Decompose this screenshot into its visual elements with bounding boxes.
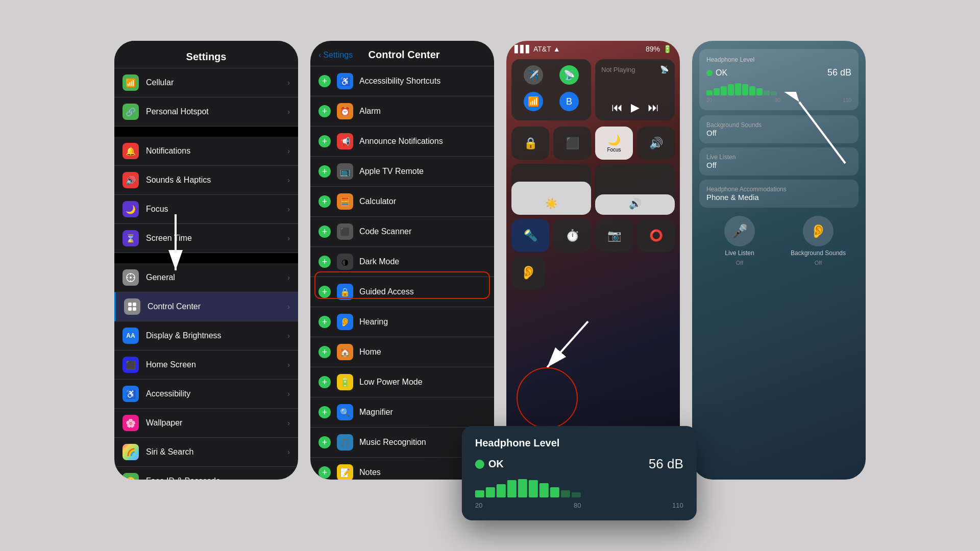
announce-icon: 📢 (337, 133, 353, 149)
settings-item-faceid[interactable]: 🙂 Face ID & Passcode › (114, 467, 298, 480)
ear-row: 👂 (506, 256, 680, 289)
volume-slider[interactable]: 🔊 (595, 164, 675, 215)
settings-item-cellular[interactable]: 📶 Cellular › (114, 68, 298, 97)
general-label: General (146, 273, 287, 282)
screen-rotation-btn[interactable]: 🔒 (511, 127, 549, 160)
settings-item-wallpaper[interactable]: 🌸 Wallpaper › (114, 409, 298, 438)
settings-item-notifications[interactable]: 🔔 Notifications › (114, 137, 298, 166)
hearing-btn[interactable]: 👂 (511, 256, 545, 289)
popup-ok-dot (475, 460, 484, 469)
settings-panel: Settings 📶 Cellular › 🔗 Personal Hotspot (114, 41, 298, 480)
cc-add-magnifier[interactable]: + (318, 406, 331, 418)
panel4-icon-row: 🎤 Live Listen Off 👂 Background Sounds Of… (699, 216, 859, 266)
screen-record-btn[interactable]: ⭕ (637, 219, 675, 252)
sounds-chevron: › (287, 176, 290, 184)
cc-add-hearing[interactable]: + (318, 316, 331, 328)
screen-mirror-btn[interactable]: ⬛ (553, 127, 591, 160)
airplane-btn[interactable]: ✈️ (518, 65, 549, 88)
sounds-label: Sounds & Haptics (146, 176, 287, 185)
cc-item-announce[interactable]: + 📢 Announce Notifications (310, 127, 494, 157)
live-listen-icon-label: Live Listen (725, 249, 754, 257)
bg-sounds-value: Off (706, 129, 851, 137)
cc-add-lowpower[interactable]: + (318, 376, 331, 388)
bg-sounds-icon-item[interactable]: 👂 Background Sounds Off (783, 216, 853, 266)
cc-item-hearing[interactable]: + 👂 Hearing (310, 307, 494, 337)
popup-status-row: OK 56 dB (475, 456, 683, 472)
cc-back-button[interactable]: ‹ Settings (318, 51, 353, 60)
cc-add-music[interactable]: + (318, 436, 331, 448)
cc-item-alarm[interactable]: + ⏰ Alarm (310, 96, 494, 127)
section-gap-1 (114, 127, 298, 137)
settings-item-homescreen[interactable]: ⬛ Home Screen › (114, 350, 298, 380)
cc-item-lowpower[interactable]: + 🔋 Low Power Mode (310, 367, 494, 397)
cc-add-guidedaccess[interactable]: + (318, 286, 331, 298)
cc-add-codescanner[interactable]: + (318, 226, 331, 238)
live-listen-icon-item[interactable]: 🎤 Live Listen Off (704, 216, 775, 266)
control-center-label: Control Center (148, 302, 287, 311)
cc-item-home[interactable]: + 🏠 Home (310, 337, 494, 367)
not-playing-label: Not Playing (601, 66, 635, 73)
settings-item-general[interactable]: General › (114, 263, 298, 292)
cc-item-codescanner[interactable]: + ⬛ Code Scanner (310, 217, 494, 247)
settings-item-display[interactable]: AA Display & Brightness › (114, 321, 298, 350)
popup-mid: 80 (574, 502, 581, 509)
cc-add-accessibility[interactable]: + (318, 75, 331, 87)
cellular-icon: 📶 (122, 74, 139, 91)
display-chevron: › (287, 332, 290, 340)
camera-btn[interactable]: 📷 (595, 219, 633, 252)
hp-acc-title: Headphone Accommodations (706, 186, 851, 193)
wifi-btn[interactable]: 📶 (518, 92, 549, 114)
bluetooth-btn[interactable]: B (553, 92, 585, 114)
cc-add-appletv[interactable]: + (318, 165, 331, 178)
cc-add-alarm[interactable]: + (318, 105, 331, 117)
bar-min: 20 (706, 97, 712, 103)
wallpaper-icon: 🌸 (122, 415, 139, 431)
settings-item-siri[interactable]: 🌈 Siri & Search › (114, 438, 298, 467)
next-icon[interactable]: ⏭ (648, 101, 659, 114)
prev-icon[interactable]: ⏮ (611, 101, 623, 114)
popup-min: 20 (475, 502, 482, 509)
cc-item-calculator[interactable]: + 🧮 Calculator (310, 187, 494, 217)
cc-item-appletv[interactable]: + 📺 Apple TV Remote (310, 157, 494, 187)
diagonal-arrow (537, 316, 598, 378)
hearing-circle (517, 367, 578, 429)
settings-item-control-center[interactable]: Control Center › (114, 292, 298, 321)
mute-btn[interactable]: 🔊 (637, 127, 675, 160)
hotspot-chevron: › (287, 108, 290, 116)
notes-label: Notes (359, 468, 381, 477)
settings-item-screentime[interactable]: ⌛ Screen Time › (114, 224, 298, 253)
cc-header: ‹ Settings Control Center (310, 41, 494, 66)
settings-header: Settings (114, 41, 298, 68)
settings-item-accessibility[interactable]: ♿ Accessibility › (114, 380, 298, 409)
status-left: ▋▋▋ AT&T ▲ (514, 45, 560, 53)
cc-add-calculator[interactable]: + (318, 195, 331, 208)
cc-item-magnifier[interactable]: + 🔍 Magnifier (310, 397, 494, 428)
cc-item-darkmode[interactable]: + ◑ Dark Mode (310, 247, 494, 277)
top-widgets: ✈️ 📡 📶 B Not Playing � (506, 57, 680, 122)
headphone-level-title: Headphone Level (706, 56, 851, 63)
cc-add-announce[interactable]: + (318, 135, 331, 147)
focus-btn[interactable]: 🌙 Focus (595, 127, 633, 160)
settings-item-sounds[interactable]: 🔊 Sounds & Haptics › (114, 166, 298, 195)
siri-icon: 🌈 (122, 444, 139, 460)
brightness-slider[interactable]: ☀️ (511, 164, 591, 215)
cc-add-notes[interactable]: + (318, 466, 331, 479)
level-bars (706, 83, 851, 95)
settings-item-focus[interactable]: 🌙 Focus › (114, 195, 298, 224)
cellular-btn[interactable]: 📡 (553, 65, 585, 88)
siri-chevron: › (287, 448, 290, 456)
cellular-chevron: › (287, 79, 290, 87)
settings-item-hotspot[interactable]: 🔗 Personal Hotspot › (114, 97, 298, 127)
airplay-icon[interactable]: 📡 (660, 65, 669, 73)
cc-add-home[interactable]: + (318, 346, 331, 358)
cc-item-accessibility[interactable]: + ♿ Accessibility Shortcuts (310, 66, 494, 96)
bg-sounds-icon-label: Background Sounds (791, 249, 846, 257)
cc-add-darkmode[interactable]: + (318, 256, 331, 268)
general-icon (122, 269, 139, 286)
battery-label: 89% (646, 45, 660, 53)
timer-btn[interactable]: ⏱️ (553, 219, 591, 252)
cc-item-guidedaccess[interactable]: + 🔒 Guided Access (310, 277, 494, 307)
play-icon[interactable]: ▶ (631, 101, 640, 114)
display-icon: AA (122, 328, 139, 344)
flashlight-btn[interactable]: 🔦 (511, 219, 549, 252)
